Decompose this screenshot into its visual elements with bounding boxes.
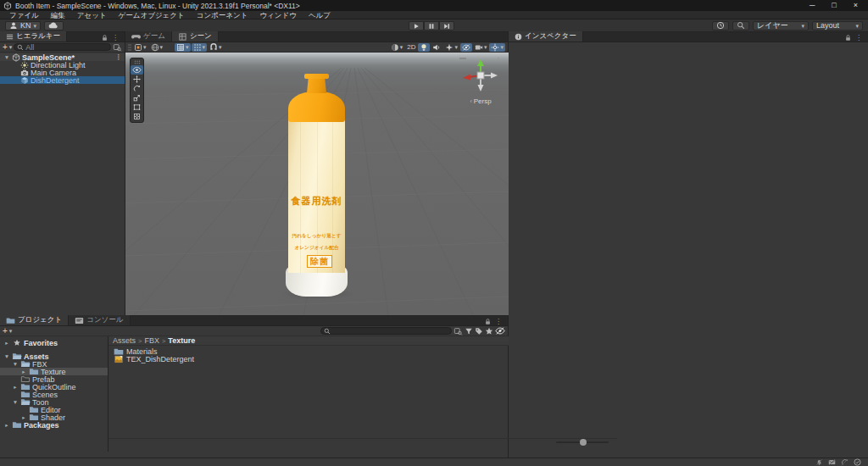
tree-item-favorites[interactable]: ▸Favorites bbox=[0, 339, 108, 347]
play-button[interactable] bbox=[409, 21, 424, 31]
asset-item-tex_dishdetergent[interactable]: TEX_DishDetergent bbox=[108, 355, 509, 363]
camera-settings-dropdown[interactable]: ▾ bbox=[473, 43, 489, 52]
tab-console[interactable]: コンソール bbox=[69, 315, 130, 325]
speaker-icon bbox=[432, 43, 441, 52]
lock-icon[interactable] bbox=[102, 34, 108, 42]
play-icon bbox=[413, 23, 420, 30]
grid-visibility-dropdown[interactable]: ▾ bbox=[149, 43, 165, 52]
tab-label: プロジェクト bbox=[18, 315, 62, 325]
breadcrumb: Assets>FBX>Texture bbox=[108, 336, 509, 346]
effects-dropdown[interactable]: ▾ bbox=[443, 43, 459, 52]
refresh-slash-icon[interactable] bbox=[841, 458, 849, 466]
cloud-button[interactable] bbox=[44, 21, 64, 31]
draw-mode-dropdown[interactable]: ▾ bbox=[389, 43, 405, 52]
search-by-type-icon[interactable] bbox=[465, 327, 473, 336]
panel-menu-icon[interactable]: ⋮ bbox=[495, 318, 504, 325]
tree-item-packages[interactable]: ▸Packages bbox=[0, 421, 108, 429]
maximize-button[interactable]: □ bbox=[832, 0, 836, 11]
dish-detergent-model[interactable]: 食器用洗剤 汚れをしっかり落とす オレンジオイル配合 除菌 bbox=[125, 53, 509, 315]
save-search-icon[interactable] bbox=[485, 327, 493, 336]
breadcrumb-fbx[interactable]: FBX bbox=[144, 336, 159, 345]
toolbar-grip-icon[interactable] bbox=[128, 43, 131, 52]
console-icon bbox=[75, 317, 84, 325]
project-folder-tree: ▸Favorites▼Assets▼FBX▸TexturePrefab▸Quic… bbox=[0, 336, 108, 452]
tab-hierarchy[interactable]: ヒエラルキー bbox=[0, 31, 67, 42]
search-button[interactable] bbox=[732, 21, 749, 31]
create-add-button[interactable]: + bbox=[3, 43, 8, 52]
chevron-down-icon: ▾ bbox=[484, 44, 487, 50]
scene-visibility-toggle[interactable] bbox=[460, 43, 472, 52]
folder-empty-icon bbox=[20, 375, 31, 383]
expand-arrow-icon[interactable]: ▸ bbox=[20, 369, 27, 375]
pause-button[interactable] bbox=[424, 21, 439, 31]
panel-menu-icon[interactable]: ⋮ bbox=[855, 34, 865, 42]
search-by-label-icon[interactable] bbox=[475, 327, 483, 336]
tab-scene[interactable]: シーン bbox=[172, 31, 219, 42]
layout-dropdown[interactable]: Layout ▾ bbox=[812, 21, 863, 31]
scene-options-icon[interactable]: ⋮ bbox=[115, 53, 125, 61]
inspector-icon bbox=[515, 33, 522, 41]
bell-slash-icon[interactable] bbox=[815, 458, 823, 466]
lighting-toggle[interactable] bbox=[418, 43, 430, 52]
hidden-packages-icon[interactable] bbox=[495, 327, 505, 335]
lock-icon[interactable] bbox=[845, 34, 851, 42]
globe-icon bbox=[151, 43, 159, 52]
breadcrumb-separator: > bbox=[138, 337, 142, 345]
slider-thumb[interactable] bbox=[580, 439, 587, 446]
menu-item-1[interactable]: 編集 bbox=[45, 11, 71, 19]
expand-arrow-icon[interactable]: ▸ bbox=[12, 384, 19, 391]
expand-arrow-icon[interactable]: ▼ bbox=[12, 361, 19, 367]
menu-item-5[interactable]: ウィンドウ bbox=[253, 11, 303, 19]
open-in-search-icon[interactable] bbox=[453, 327, 463, 336]
mail-slash-icon[interactable] bbox=[828, 458, 836, 466]
tab-project[interactable]: プロジェクト bbox=[0, 315, 69, 325]
hierarchy-search-input[interactable]: All bbox=[14, 43, 111, 51]
tree-item-scenes[interactable]: Scenes bbox=[0, 391, 108, 398]
tab-game[interactable]: ゲーム bbox=[125, 31, 172, 42]
search-window-icon[interactable] bbox=[113, 43, 122, 52]
breadcrumb-texture[interactable]: Texture bbox=[168, 336, 195, 345]
menu-item-2[interactable]: アセット bbox=[71, 11, 113, 19]
tree-item-assets[interactable]: ▼Assets bbox=[0, 352, 108, 360]
chevron-down-icon: ▾ bbox=[219, 44, 222, 50]
check-circle-icon[interactable] bbox=[854, 458, 861, 466]
step-button[interactable] bbox=[439, 21, 454, 31]
menu-item-6[interactable]: ヘルプ bbox=[303, 11, 337, 19]
undo-history-button[interactable] bbox=[712, 21, 729, 31]
tool-settings-dropdown[interactable]: ▾ bbox=[132, 43, 148, 52]
menu-item-4[interactable]: コンポーネント bbox=[191, 11, 254, 19]
unity-icon bbox=[12, 53, 20, 62]
2d-toggle[interactable]: 2D bbox=[405, 43, 417, 52]
project-search-input[interactable] bbox=[320, 327, 452, 335]
hierarchy-tab-bar: ヒエラルキー ⋮ bbox=[0, 32, 125, 42]
scene-viewport[interactable]: ‹ Persp 食器用洗剤 汚れをしっかり落とす オレンジオイル配合 除菌 bbox=[125, 53, 509, 315]
menu-item-0[interactable]: ファイル bbox=[3, 11, 45, 19]
create-add-button[interactable]: + bbox=[3, 327, 8, 336]
menu-item-3[interactable]: ゲームオブジェクト bbox=[113, 11, 191, 19]
layers-dropdown[interactable]: レイヤー ▾ bbox=[753, 21, 809, 31]
panel-menu-icon[interactable]: ⋮ bbox=[112, 34, 121, 42]
increment-snap-toggle[interactable]: ▾ bbox=[192, 43, 208, 52]
expand-arrow-icon[interactable]: ▼ bbox=[3, 54, 10, 60]
account-button[interactable]: KN ▾ bbox=[5, 21, 41, 31]
audio-toggle[interactable] bbox=[431, 43, 442, 52]
expand-arrow-icon[interactable]: ▼ bbox=[12, 399, 19, 405]
hierarchy-tab-label: ヒエラルキー bbox=[16, 31, 60, 42]
expand-arrow-icon[interactable]: ▸ bbox=[3, 422, 10, 429]
step-icon bbox=[443, 23, 450, 30]
lock-icon[interactable] bbox=[485, 318, 491, 325]
expand-arrow-icon[interactable]: ▸ bbox=[20, 414, 27, 421]
snap-settings-dropdown[interactable]: ▾ bbox=[208, 43, 224, 52]
gizmos-dropdown[interactable]: ▾ bbox=[489, 43, 505, 52]
close-button[interactable]: × bbox=[854, 0, 858, 11]
chevron-down-icon: ▾ bbox=[500, 44, 504, 50]
breadcrumb-assets[interactable]: Assets bbox=[113, 336, 136, 345]
thumbnail-size-slider[interactable] bbox=[556, 441, 609, 443]
grid-snapping-toggle[interactable]: ▾ bbox=[175, 43, 191, 52]
expand-arrow-icon[interactable]: ▼ bbox=[3, 353, 10, 359]
tab-inspector[interactable]: インスペクター bbox=[509, 31, 583, 42]
hierarchy-row-3[interactable]: DishDetergent bbox=[0, 76, 125, 84]
project-panel: プロジェクトコンソール⋮ + ▾ ▸Favorites▼Assets▼FBX▸T… bbox=[0, 315, 509, 458]
expand-arrow-icon[interactable]: ▸ bbox=[3, 340, 10, 347]
minimize-button[interactable]: ─ bbox=[810, 0, 815, 11]
